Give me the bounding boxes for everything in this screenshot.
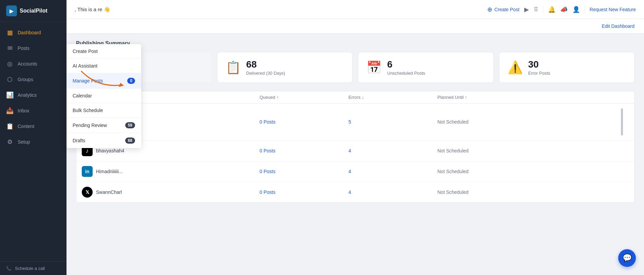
sidebar-label-posts: Posts: [18, 45, 30, 51]
dropdown-create-post-label: Create Post: [73, 49, 98, 54]
analytics-icon: 📊: [6, 91, 14, 99]
accounts-table: Accounts ↑ Queued ↑ Errors ↓ Planned Unt…: [76, 91, 634, 203]
logo-area[interactable]: ▶ SocialPilot: [0, 0, 67, 22]
user-icon[interactable]: 👤: [572, 6, 580, 13]
schedule-call[interactable]: 📞 Schedule a call: [0, 261, 67, 275]
stat-number-3: 30: [528, 59, 550, 70]
dropdown-ai-assistant-label: AI Assistant: [73, 63, 97, 69]
sidebar-item-dashboard[interactable]: ▦ Dashboard: [0, 25, 67, 40]
publishing-summary-title: Publishing Summary: [76, 40, 634, 47]
queued-1[interactable]: 0 Posts: [260, 148, 348, 153]
main-content: , This is a re 👋 ⊕ Create Post ▶ ⠿ 🔔 📣 👤…: [67, 0, 644, 275]
linkedin-icon-2: in: [82, 166, 93, 177]
request-feature-link[interactable]: Request New Feature: [590, 7, 636, 12]
sidebar-nav: ▦ Dashboard ✉ Posts ◎ Accounts ⬡ Groups …: [0, 22, 67, 261]
inbox-icon: 📥: [6, 107, 14, 114]
stat-icon-1: 📋: [226, 60, 241, 75]
topbar-divider-2: [585, 5, 585, 14]
dropdown-bulk-schedule-label: Bulk Schedule: [73, 108, 103, 113]
account-name-1: bhavyashah4: [96, 148, 124, 153]
queued-2[interactable]: 0 Posts: [260, 169, 348, 174]
queued-0[interactable]: 0 Posts: [260, 119, 348, 125]
sidebar-label-dashboard: Dashboard: [18, 30, 41, 35]
dropdown-bulk-schedule[interactable]: Bulk Schedule: [67, 103, 141, 118]
bell-icon[interactable]: 🔔: [548, 6, 555, 13]
schedule-call-icon: 📞: [6, 266, 12, 271]
setup-icon: ⚙: [6, 138, 14, 146]
account-name-3: SwannCharl: [96, 189, 122, 195]
stat-icon-2: 📅: [366, 60, 382, 75]
apps-grid-icon[interactable]: ⠿: [534, 6, 538, 13]
dropdown-pending-review-label: Pending Review: [73, 123, 107, 128]
dashboard-area: Dashboard Edit Dashboard Publishing Summ…: [67, 19, 644, 275]
manage-posts-badge: 0: [127, 78, 135, 84]
errors-1[interactable]: 4: [348, 148, 437, 153]
planned-0: Not Scheduled: [437, 119, 615, 125]
play-icon[interactable]: ▶: [524, 6, 529, 13]
sidebar-item-groups[interactable]: ⬡ Groups: [0, 72, 67, 87]
dropdown-calendar[interactable]: Calendar: [67, 89, 141, 103]
groups-icon: ⬡: [6, 76, 14, 83]
errors-sort-icon: ↓: [362, 95, 364, 100]
table-row: in Arch Studio 0 Posts 5 Not Scheduled: [76, 104, 634, 141]
dropdown-manage-posts-label: Manage Posts: [73, 78, 103, 84]
dashboard-header: Dashboard Edit Dashboard: [67, 19, 644, 34]
dropdown-ai-assistant[interactable]: AI Assistant: [67, 59, 141, 73]
stat-label-3: Error Posts: [528, 71, 550, 76]
errors-0[interactable]: 5: [348, 119, 437, 125]
dropdown-drafts[interactable]: Drafts 68: [67, 133, 141, 148]
stat-card-3: ⚠️ 30 Error Posts: [499, 52, 635, 83]
logo-text: SocialPilot: [20, 8, 48, 14]
logo-icon: ▶: [6, 5, 17, 16]
megaphone-icon[interactable]: 📣: [560, 6, 568, 13]
stat-number-1: 68: [246, 59, 285, 70]
errors-2[interactable]: 4: [348, 169, 437, 174]
content-icon: 📋: [6, 123, 14, 130]
queued-3[interactable]: 0 Posts: [260, 189, 348, 195]
sidebar-label-accounts: Accounts: [18, 61, 37, 67]
dashboard-icon: ▦: [6, 29, 14, 36]
table-row: 𝕏 SwannCharl 0 Posts 4 Not Scheduled: [76, 182, 634, 202]
topbar-right: ⊕ Create Post ▶ ⠿ 🔔 📣 👤 Request New Feat…: [487, 5, 636, 14]
table-header: Accounts ↑ Queued ↑ Errors ↓ Planned Unt…: [76, 91, 634, 103]
chat-button[interactable]: 💬: [618, 249, 636, 267]
dropdown-pending-review[interactable]: Pending Review 59: [67, 118, 141, 133]
col-errors[interactable]: Errors ↓: [348, 95, 437, 100]
col-planned[interactable]: Planned Until ↑: [437, 95, 615, 100]
sidebar-label-analytics: Analytics: [18, 92, 37, 98]
stats-grid: 📤 — Scheduled Posts 📋 68 Delivered (30 D…: [76, 52, 634, 83]
dropdown-manage-posts[interactable]: Manage Posts 0: [67, 73, 141, 89]
dropdown-create-post[interactable]: Create Post: [67, 44, 141, 59]
planned-sort-icon: ↑: [465, 95, 467, 100]
create-post-button[interactable]: ⊕ Create Post: [487, 6, 519, 13]
sidebar-item-accounts[interactable]: ◎ Accounts: [0, 56, 67, 72]
dropdown-calendar-label: Calendar: [73, 93, 92, 98]
edit-dashboard-button[interactable]: Edit Dashboard: [602, 23, 634, 29]
col-queued[interactable]: Queued ↑: [260, 95, 348, 100]
posts-dropdown: Create Post AI Assistant Manage Posts 0 …: [67, 44, 141, 148]
topbar-left: , This is a re 👋: [75, 6, 110, 13]
table-body: in Arch Studio 0 Posts 5 Not Scheduled ♪…: [76, 103, 634, 203]
table-row: in Himadriiiiiii... 0 Posts 4 Not Schedu…: [76, 161, 634, 182]
stat-card-1: 📋 68 Delivered (30 Days): [217, 52, 353, 83]
sidebar-label-groups: Groups: [18, 77, 33, 82]
account-cell-2: in Himadriiiiiii...: [82, 166, 260, 177]
sidebar-item-setup[interactable]: ⚙ Setup: [0, 134, 67, 150]
sidebar-item-posts[interactable]: ✉ Posts: [0, 40, 67, 56]
account-name-2: Himadriiiiiii...: [96, 169, 123, 174]
stat-label-2: Unscheduled Posts: [387, 71, 425, 76]
sidebar: ▶ SocialPilot ▦ Dashboard ✉ Posts ◎ Acco…: [0, 0, 67, 275]
create-post-icon: ⊕: [487, 6, 492, 13]
planned-1: Not Scheduled: [437, 148, 615, 153]
drafts-badge: 68: [125, 138, 135, 144]
col-queued-label: Queued: [260, 95, 275, 100]
sidebar-item-content[interactable]: 📋 Content: [0, 118, 67, 134]
sidebar-item-analytics[interactable]: 📊 Analytics: [0, 87, 67, 103]
sidebar-item-inbox[interactable]: 📥 Inbox: [0, 103, 67, 118]
errors-3[interactable]: 4: [348, 189, 437, 195]
chat-icon: 💬: [623, 254, 632, 262]
create-post-label: Create Post: [494, 7, 519, 12]
stat-card-2: 📅 6 Unscheduled Posts: [358, 52, 494, 83]
stat-icon-3: ⚠️: [508, 60, 523, 75]
dropdown-drafts-label: Drafts: [73, 138, 85, 143]
